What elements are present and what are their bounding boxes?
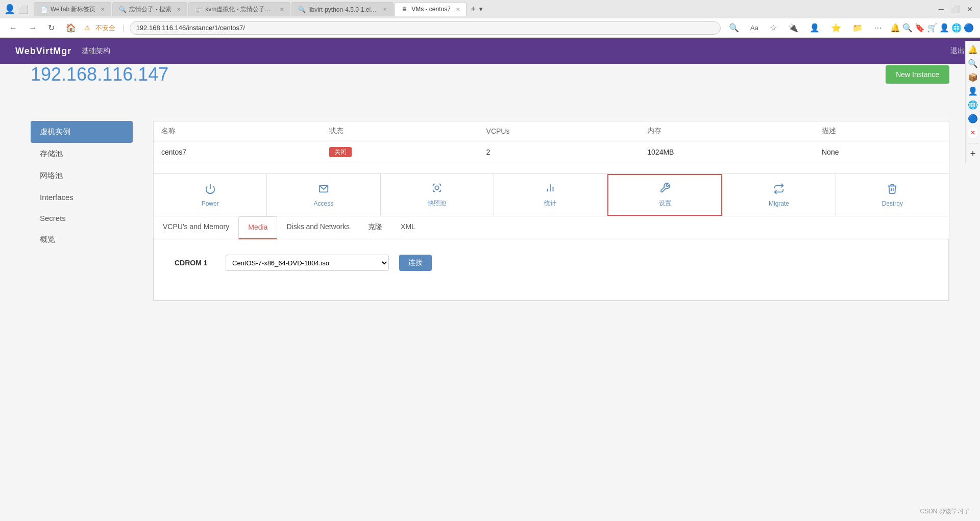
tab-dropdown-icon[interactable]: ▼ [478, 6, 484, 13]
search-browser-button[interactable]: 🔍 [726, 22, 742, 34]
action-access[interactable]: Access [267, 174, 380, 216]
tab-vcpu-memory[interactable]: VCPU's and Memory [154, 216, 238, 239]
action-settings[interactable]: 设置 [607, 174, 722, 216]
browser-extension-button[interactable]: 🔌 [785, 22, 801, 34]
table-row: centos7 关闭 2 1024MB None [154, 141, 949, 163]
tab-xml[interactable]: XML [391, 216, 425, 239]
browser-icon-6[interactable]: 🌐 [951, 23, 962, 33]
cdrom-select[interactable]: CentOS-7-x86_64-DVD-1804.iso [226, 255, 389, 271]
action-stats-label: 统计 [544, 199, 556, 208]
browser-chrome: 👤 ⬜ 📄 WeTab 新标签页 ✕ 🔍 忘情公子 - 搜索 ✕ 📰 kvm虚拟… [0, 0, 980, 38]
tab-close-vms[interactable]: ✕ [456, 7, 460, 12]
tab-label-search: 忘情公子 - 搜索 [129, 5, 172, 14]
forward-button[interactable]: → [26, 22, 40, 34]
tab-wetab[interactable]: 📄 WeTab 新标签页 ✕ [34, 2, 111, 16]
sidebar-item-vms[interactable]: 虚机实例 [31, 121, 133, 143]
browser-icon-7[interactable]: 🔵 [964, 23, 974, 33]
right-toolbar-add-icon[interactable]: + [970, 148, 976, 159]
action-access-label: Access [314, 200, 334, 207]
address-input[interactable] [130, 21, 721, 35]
refresh-button[interactable]: ↻ [45, 22, 58, 34]
tab-close-kvm[interactable]: ✕ [280, 7, 284, 12]
browser-icon-2[interactable]: 🔍 [902, 23, 913, 33]
security-warning-icon: ⚠ [84, 24, 90, 32]
sidebar-item-network[interactable]: 网络池 [31, 165, 133, 187]
tab-media[interactable]: Media [238, 216, 277, 239]
right-toolbar-icon-7[interactable]: ✕ [968, 128, 978, 138]
tab-libvirt[interactable]: 🔍 libvirt-python-4.5.0-1.el7.x86_6... ✕ [291, 2, 394, 16]
cell-memory: 1024MB [640, 141, 814, 163]
page-header: 192.168.116.147 New Instance [0, 64, 980, 85]
main-content: 虚机实例 存储池 网络池 Interfaces Secrets 概览 名称 状态 [0, 101, 980, 321]
right-toolbar-icon-5[interactable]: 🌐 [968, 100, 978, 110]
tab-close-wetab[interactable]: ✕ [101, 7, 105, 12]
sidebar-item-interfaces[interactable]: Interfaces [31, 187, 133, 208]
topbar-left: WebVirtMgr 基础架构 [15, 46, 110, 57]
action-bar: Power Access [154, 173, 949, 216]
action-snapshot-label: 快照池 [428, 199, 446, 208]
minimize-button[interactable]: ─ [939, 5, 944, 13]
browser-sidebar-icon[interactable]: 🔔 [890, 23, 900, 33]
bookmark-button[interactable]: ☆ [767, 22, 780, 34]
back-button[interactable]: ← [6, 22, 20, 34]
browser-menu-button[interactable]: ⋯ [871, 22, 885, 34]
tab-content-media: CDROM 1 CentOS-7-x86_64-DVD-1804.iso 连接 [154, 239, 949, 301]
app-topbar: WebVirtMgr 基础架构 退出 [0, 38, 980, 64]
right-toolbar-icon-1[interactable]: 🔔 [968, 45, 978, 55]
right-toolbar-icon-6[interactable]: 🔵 [968, 114, 978, 123]
action-destroy[interactable]: Destroy [836, 174, 949, 216]
right-toolbar-icon-4[interactable]: 👤 [968, 86, 978, 96]
read-mode-button[interactable]: Aa [747, 23, 762, 33]
action-snapshot[interactable]: 快照池 [381, 174, 494, 216]
migrate-icon [773, 183, 785, 197]
profile-browser-button[interactable]: 👤 [806, 22, 823, 34]
tab-manager-icon[interactable]: ⬜ [18, 5, 29, 14]
snapshot-icon [431, 182, 443, 196]
cell-vcpus: 2 [479, 141, 640, 163]
tab-close-search[interactable]: ✕ [177, 7, 181, 12]
action-stats[interactable]: 统计 [494, 174, 607, 216]
sidebar-item-storage[interactable]: 存储池 [31, 143, 133, 165]
topbar-nav-link[interactable]: 基础架构 [82, 46, 110, 56]
sidebar-item-overview[interactable]: 概览 [31, 229, 133, 251]
home-button[interactable]: 🏠 [63, 22, 79, 34]
profile-icon[interactable]: 👤 [4, 4, 15, 15]
tab-search[interactable]: 🔍 忘情公子 - 搜索 ✕ [112, 2, 187, 16]
tab-kvm[interactable]: 📰 kvm虚拟化 - 忘情公子的博客 ✕ [188, 2, 290, 16]
stats-icon [545, 182, 556, 196]
svg-point-2 [435, 186, 439, 189]
cdrom-label: CDROM 1 [175, 259, 215, 267]
status-badge: 关闭 [329, 147, 352, 157]
close-window-button[interactable]: ✕ [967, 5, 973, 13]
cell-desc: None [814, 141, 949, 163]
tab-icon-search: 🔍 [119, 6, 126, 13]
tab-clone[interactable]: 克隆 [359, 216, 391, 239]
new-instance-button[interactable]: New Instance [886, 65, 949, 84]
favorites-button[interactable]: ⭐ [828, 22, 844, 34]
new-tab-button[interactable]: + [471, 4, 476, 15]
collections-button[interactable]: 📁 [849, 22, 866, 34]
right-toolbar-icon-3[interactable]: 📦 [968, 72, 978, 82]
address-bar: ← → ↻ 🏠 ⚠ 不安全 | 🔍 Aa ☆ 🔌 👤 ⭐ 📁 ⋯ 🔔 🔍 🔖 🛒… [0, 18, 980, 38]
topbar-logout[interactable]: 退出 [950, 46, 965, 56]
col-header-memory: 内存 [640, 121, 814, 141]
right-toolbar-icon-2[interactable]: 🔍 [968, 59, 978, 68]
browser-icon-4[interactable]: 🛒 [927, 23, 937, 33]
power-icon [205, 183, 216, 197]
action-settings-label: 设置 [659, 199, 671, 208]
tab-vms[interactable]: 🖥 VMs - centos7 ✕ [395, 2, 467, 16]
action-power[interactable]: Power [154, 174, 267, 216]
tab-close-libvirt[interactable]: ✕ [383, 7, 387, 12]
maximize-button[interactable]: ⬜ [951, 5, 960, 13]
tab-disks-networks[interactable]: Disks and Networks [277, 216, 359, 239]
content-area: 名称 状态 VCPUs 内存 描述 centos7 关闭 2 1024M [153, 121, 949, 301]
action-migrate[interactable]: Migrate [722, 174, 836, 216]
connect-button[interactable]: 连接 [399, 255, 432, 271]
sidebar-item-secrets[interactable]: Secrets [31, 208, 133, 229]
col-header-status: 状态 [322, 121, 479, 141]
tab-icon-wetab: 📄 [40, 6, 47, 13]
browser-icon-3[interactable]: 🔖 [915, 23, 925, 33]
page-title: 192.168.116.147 [31, 64, 168, 85]
tab-icon-kvm: 📰 [195, 6, 202, 13]
browser-icon-5[interactable]: 👤 [939, 23, 949, 33]
